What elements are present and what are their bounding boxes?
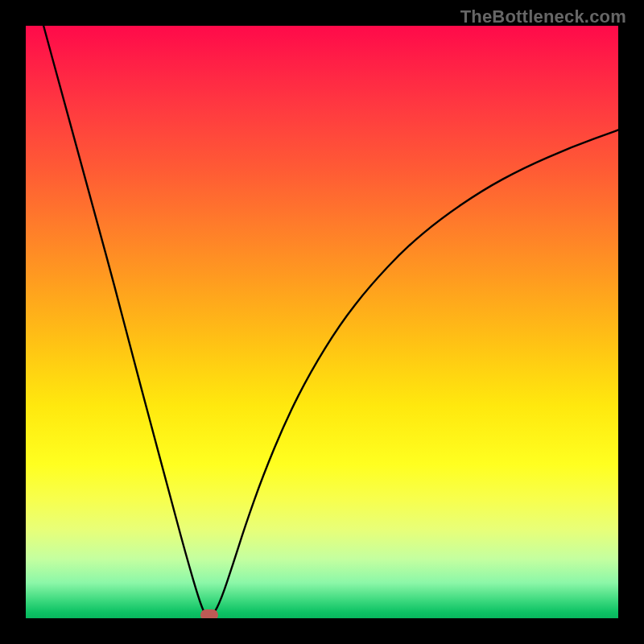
optimum-marker <box>200 609 218 618</box>
brand-watermark: TheBottleneck.com <box>460 6 626 27</box>
plot-area <box>26 26 618 618</box>
curve-path <box>43 26 618 617</box>
curve-layer <box>26 26 618 618</box>
chart-container: TheBottleneck.com <box>0 0 644 644</box>
